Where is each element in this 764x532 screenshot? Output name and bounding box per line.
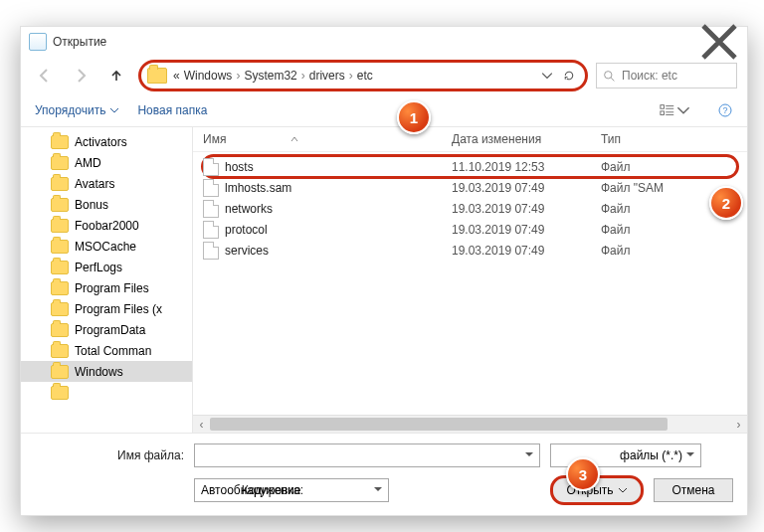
callout-badge-1: 1 [397, 100, 431, 134]
tree-item[interactable]: Activators [21, 131, 192, 152]
col-name[interactable]: Имя [203, 132, 226, 146]
folder-icon [51, 344, 69, 358]
breadcrumb-part[interactable]: Windows [184, 69, 233, 83]
tree-item-label: AMD [75, 156, 101, 170]
tree-item-label: PerfLogs [75, 261, 122, 274]
breadcrumb-part[interactable]: etc [357, 69, 373, 83]
file-icon [203, 242, 219, 260]
scroll-thumb[interactable] [210, 418, 668, 431]
filename-label: Имя файла: [35, 448, 184, 462]
folder-icon [51, 240, 69, 254]
callout-badge-3: 3 [566, 457, 600, 491]
chevron-right-icon: › [349, 69, 353, 83]
view-mode-button[interactable] [660, 103, 691, 117]
sort-asc-icon [289, 134, 299, 144]
tree-item[interactable]: Program Files [21, 277, 192, 298]
help-button[interactable]: ? [717, 103, 733, 117]
column-headers[interactable]: Имя Дата изменения Тип [193, 127, 747, 152]
up-button[interactable] [102, 62, 130, 89]
col-date[interactable]: Дата изменения [452, 132, 601, 146]
search-input[interactable]: Поиск: etc [596, 63, 737, 89]
folder-icon [51, 261, 69, 274]
file-type: Файл [601, 160, 737, 174]
forward-button[interactable] [67, 62, 95, 89]
search-icon [603, 70, 616, 83]
file-name: services [225, 244, 269, 258]
folder-icon [51, 135, 69, 149]
file-row[interactable]: networks19.03.2019 07:49Файл [203, 198, 737, 219]
tree-item-label: Windows [75, 365, 123, 379]
filename-input[interactable] [194, 443, 540, 467]
tree-item[interactable]: MSOCache [21, 236, 192, 257]
file-date: 19.03.2019 07:49 [452, 223, 601, 237]
tree-item[interactable]: Bonus [21, 194, 192, 215]
svg-rect-1 [661, 105, 665, 109]
chevron-down-icon[interactable] [541, 70, 553, 82]
tree-item-label: Program Files (x [75, 302, 162, 316]
tree-item[interactable] [21, 382, 192, 403]
file-type: Файл [601, 244, 737, 258]
col-type[interactable]: Тип [601, 132, 747, 146]
file-type: Файл [601, 223, 737, 237]
back-button[interactable] [31, 62, 59, 89]
file-name: lmhosts.sam [225, 181, 291, 195]
chevron-right-icon: › [236, 69, 240, 83]
horizontal-scrollbar[interactable]: ‹ › [193, 415, 747, 433]
tree-item[interactable]: ProgramData [21, 319, 192, 340]
footer: Имя файла: файлы (*.*) Кодировка: Автооб… [21, 434, 747, 515]
file-row[interactable]: lmhosts.sam19.03.2019 07:49Файл "SAM [203, 177, 737, 198]
file-row[interactable]: protocol19.03.2019 07:49Файл [203, 219, 737, 240]
file-icon [203, 221, 219, 239]
file-row[interactable]: services19.03.2019 07:49Файл [203, 240, 737, 261]
breadcrumb-prefix: « [173, 69, 180, 83]
nav-row: « Windows › System32 › drivers › etc Пои… [21, 57, 747, 94]
tree-item[interactable]: Foobar2000 [21, 215, 192, 236]
file-date: 19.03.2019 07:49 [452, 202, 601, 216]
tree-item[interactable]: PerfLogs [21, 257, 192, 277]
folder-icon [51, 219, 69, 233]
toolbar: Упорядочить Новая папка ? [21, 94, 747, 127]
scroll-left-icon[interactable]: ‹ [193, 416, 210, 433]
breadcrumb[interactable]: « Windows › System32 › drivers › etc [173, 69, 373, 83]
file-icon [203, 158, 219, 176]
document-icon [29, 33, 47, 51]
close-button[interactable] [699, 31, 739, 53]
chevron-down-icon [109, 105, 119, 115]
file-icon [203, 179, 219, 197]
tree-item[interactable]: Avatars [21, 173, 192, 194]
tree-item-label: Activators [75, 135, 127, 149]
scroll-right-icon[interactable]: › [730, 416, 747, 433]
file-list: Имя Дата изменения Тип hosts11.10.2019 1… [193, 127, 747, 433]
tree-item-label: Program Files [75, 281, 149, 295]
file-name: protocol [225, 223, 268, 237]
svg-point-0 [605, 71, 612, 78]
refresh-icon[interactable] [563, 70, 575, 82]
folder-icon [51, 302, 69, 316]
folder-icon [51, 198, 69, 212]
folder-tree[interactable]: ActivatorsAMDAvatarsBonusFoobar2000MSOCa… [21, 127, 193, 433]
encoding-select[interactable]: Автообнаружение [194, 478, 389, 502]
folder-icon [147, 68, 167, 84]
folder-icon [51, 365, 69, 379]
search-placeholder: Поиск: etc [622, 69, 677, 83]
folder-icon [51, 323, 69, 337]
folder-icon [51, 281, 69, 295]
tree-item-label: MSOCache [75, 240, 136, 254]
file-row[interactable]: hosts11.10.2019 12:53Файл [203, 156, 737, 177]
organize-button[interactable]: Упорядочить [35, 103, 119, 117]
breadcrumb-part[interactable]: drivers [309, 69, 345, 83]
tree-item[interactable]: Program Files (x [21, 298, 192, 319]
address-bar[interactable]: « Windows › System32 › drivers › etc [138, 60, 588, 91]
file-date: 19.03.2019 07:49 [452, 181, 601, 195]
breadcrumb-part[interactable]: System32 [244, 69, 296, 83]
cancel-button[interactable]: Отмена [654, 478, 733, 502]
tree-item[interactable]: Windows [21, 361, 192, 382]
tree-item-label: Foobar2000 [75, 219, 139, 233]
tree-item[interactable]: Total Comman [21, 340, 192, 361]
file-icon [203, 200, 219, 218]
callout-badge-2: 2 [709, 186, 743, 220]
tree-item[interactable]: AMD [21, 152, 192, 173]
tree-item-label: Bonus [75, 198, 108, 212]
new-folder-button[interactable]: Новая папка [137, 103, 207, 117]
titlebar: Открытие [21, 27, 747, 57]
